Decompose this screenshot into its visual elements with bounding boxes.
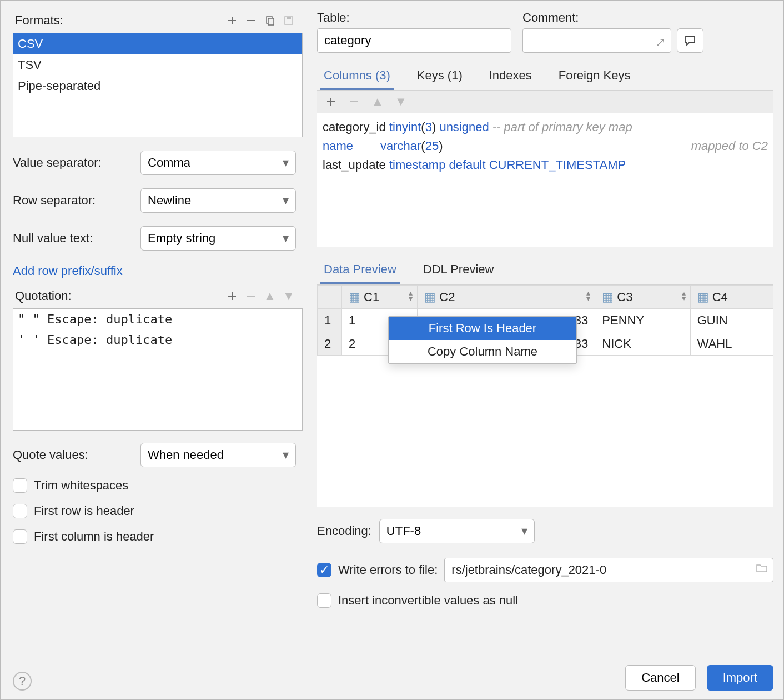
encoding-combo[interactable]: ▾ — [379, 519, 535, 543]
trim-whitespaces-checkbox[interactable] — [13, 478, 27, 493]
svg-rect-3 — [287, 17, 291, 19]
save-format-button — [279, 13, 298, 28]
row-separator-label: Row separator: — [13, 193, 140, 208]
folder-icon[interactable] — [756, 564, 767, 573]
first-row-header-label: First row is header — [34, 504, 134, 518]
help-button[interactable]: ? — [13, 672, 32, 691]
encoding-label: Encoding: — [317, 524, 371, 538]
error-file-input-wrapper[interactable]: rs/jetbrains/category_2021-0 — [444, 558, 773, 582]
quote-values-input[interactable] — [140, 443, 296, 467]
data-preview-grid[interactable]: ▦C1▴▾ ▦C2▴▾ ▦C3▴▾ ▦C4 1 1 33 PENNY GUIN … — [317, 284, 773, 507]
insert-null-checkbox[interactable] — [317, 593, 331, 608]
column-header[interactable]: ▦C3▴▾ — [595, 286, 690, 309]
cell[interactable]: GUIN — [690, 309, 773, 332]
import-button[interactable]: Import — [707, 665, 773, 691]
row-number: 2 — [318, 332, 342, 356]
value-separator-combo[interactable]: ▾ — [140, 151, 296, 175]
remove-quotation-button — [242, 288, 260, 304]
value-separator-input[interactable] — [140, 151, 296, 175]
quote-values-combo[interactable]: ▾ — [140, 443, 296, 467]
menu-first-row-header[interactable]: First Row Is Header — [389, 317, 576, 340]
list-item[interactable]: CSV — [13, 33, 302, 54]
row-separator-combo[interactable]: ▾ — [140, 188, 296, 213]
corner-cell — [318, 286, 342, 309]
column-row[interactable]: last_update timestamp default CURRENT_TI… — [323, 156, 768, 174]
first-col-header-checkbox[interactable] — [13, 529, 27, 544]
move-column-down-button: ▼ — [391, 94, 410, 109]
tab-indexes[interactable]: Indexes — [486, 63, 535, 90]
comment-input[interactable]: ⤢ — [522, 28, 671, 53]
add-prefix-suffix-link[interactable]: Add row prefix/suffix — [13, 264, 303, 278]
expand-icon[interactable]: ⤢ — [655, 36, 665, 50]
column-row[interactable]: category_id tinyint(3) unsigned -- part … — [323, 118, 768, 137]
column-header[interactable]: ▦C1▴▾ — [342, 286, 418, 309]
column-context-menu: First Row Is Header Copy Column Name — [388, 316, 577, 364]
tab-foreign-keys[interactable]: Foreign Keys — [555, 63, 634, 90]
trim-whitespaces-label: Trim whitespaces — [34, 478, 128, 493]
write-errors-label: Write errors to file: — [338, 563, 438, 577]
error-file-path[interactable]: rs/jetbrains/category_2021-0 — [451, 563, 766, 577]
tab-keys[interactable]: Keys (1) — [414, 63, 466, 90]
schema-tabs: Columns (3) Keys (1) Indexes Foreign Key… — [317, 63, 773, 91]
tab-columns[interactable]: Columns (3) — [320, 63, 394, 90]
column-row[interactable]: name varchar(25) mapped to C2 — [323, 137, 768, 156]
comment-history-button[interactable] — [677, 28, 703, 53]
quotation-list[interactable]: " " Escape: duplicate ' ' Escape: duplic… — [13, 308, 303, 431]
tab-data-preview[interactable]: Data Preview — [320, 257, 400, 284]
svg-rect-1 — [268, 18, 274, 25]
formats-list[interactable]: CSV TSV Pipe-separated — [13, 33, 303, 137]
column-header[interactable]: ▦C4 — [690, 286, 773, 309]
insert-null-label: Insert inconvertible values as null — [338, 593, 518, 608]
write-errors-checkbox[interactable]: ✓ — [317, 563, 331, 577]
add-format-button[interactable] — [223, 13, 242, 28]
first-row-header-checkbox[interactable] — [13, 504, 27, 518]
columns-list[interactable]: category_id tinyint(3) unsigned -- part … — [317, 113, 773, 247]
add-column-button[interactable] — [321, 94, 340, 109]
null-text-input[interactable] — [140, 226, 296, 251]
row-number: 1 — [318, 309, 342, 332]
cell[interactable]: PENNY — [595, 309, 690, 332]
menu-copy-column-name[interactable]: Copy Column Name — [389, 340, 576, 363]
table-label: Table: — [317, 11, 511, 25]
remove-column-button — [345, 94, 364, 109]
cell[interactable]: NICK — [595, 332, 690, 356]
move-column-up-button: ▲ — [368, 94, 387, 109]
cancel-button[interactable]: Cancel — [625, 665, 695, 691]
comment-label: Comment: — [522, 11, 703, 25]
list-item[interactable]: " " Escape: duplicate — [13, 309, 302, 329]
add-quotation-button[interactable] — [223, 288, 242, 304]
table-name-input[interactable] — [317, 28, 511, 53]
remove-format-button[interactable] — [242, 13, 260, 28]
move-down-button: ▼ — [279, 288, 298, 304]
quote-values-label: Quote values: — [13, 448, 140, 462]
tab-ddl-preview[interactable]: DDL Preview — [420, 257, 497, 284]
quotation-label: Quotation: — [15, 289, 223, 303]
copy-format-button[interactable] — [260, 13, 279, 28]
list-item[interactable]: ' ' Escape: duplicate — [13, 329, 302, 350]
cell[interactable]: WAHL — [690, 332, 773, 356]
value-separator-label: Value separator: — [13, 156, 140, 170]
null-text-label: Null value text: — [13, 231, 140, 246]
null-text-combo[interactable]: ▾ — [140, 226, 296, 251]
first-col-header-label: First column is header — [34, 529, 154, 544]
preview-tabs: Data Preview DDL Preview — [317, 257, 773, 284]
row-separator-input[interactable] — [140, 188, 296, 213]
move-up-button: ▲ — [260, 288, 279, 304]
formats-label: Formats: — [15, 13, 223, 28]
list-item[interactable]: Pipe-separated — [13, 76, 302, 97]
encoding-input[interactable] — [379, 519, 535, 543]
list-item[interactable]: TSV — [13, 54, 302, 76]
column-header[interactable]: ▦C2▴▾ — [418, 286, 595, 309]
